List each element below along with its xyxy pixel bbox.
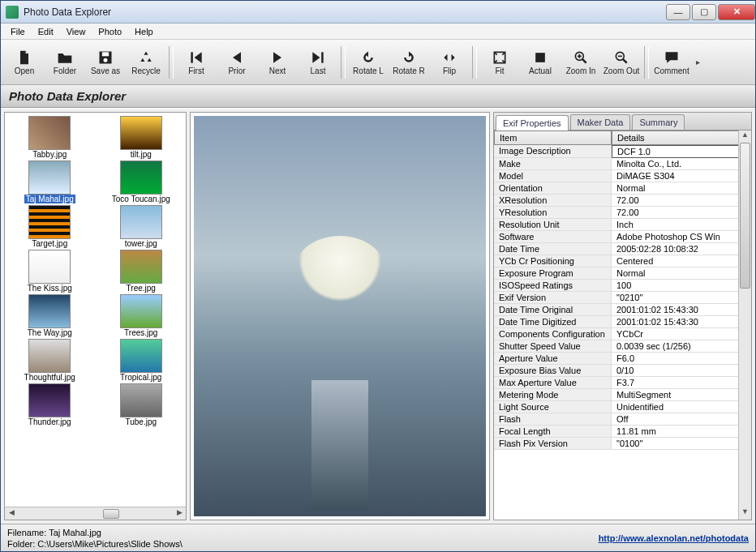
close-button[interactable] <box>718 4 755 20</box>
thumb-item[interactable]: Trees.jpg <box>100 294 183 337</box>
recycle-label: Recycle <box>131 66 161 75</box>
actual-button[interactable]: Actual <box>520 42 561 83</box>
menu-photo[interactable]: Photo <box>92 25 128 38</box>
grid-row[interactable]: YCb Cr PositioningCentered <box>494 255 751 267</box>
comment-button[interactable]: Comment <box>651 42 692 83</box>
grid-vscrollbar[interactable]: ▲ ▼ <box>738 131 751 520</box>
thumb-item[interactable]: tower.jpg <box>100 205 183 248</box>
thumb-item[interactable]: Toco Toucan.jpg <box>100 160 183 203</box>
thumb-item[interactable]: Taj Mahal.jpg <box>8 160 92 203</box>
prev-icon <box>227 49 247 66</box>
scroll-track[interactable] <box>18 508 173 520</box>
titlebar[interactable]: Photo Data Explorer <box>1 1 755 24</box>
recycle-button[interactable]: Recycle <box>126 42 166 83</box>
grid-row[interactable]: YResolution72.00 <box>494 207 751 219</box>
tab-exif-properties[interactable]: Exif Properties <box>496 115 569 131</box>
thumb-image <box>120 383 162 417</box>
flip-button[interactable]: Flip <box>429 42 470 83</box>
col-details[interactable]: Details <box>612 131 751 145</box>
minimize-button[interactable] <box>666 4 690 20</box>
grid-row[interactable]: Focal Length11.81 mm <box>494 426 751 438</box>
cell-details: 11.81 mm <box>612 426 751 438</box>
scroll-right-icon[interactable]: ▶ <box>173 508 186 520</box>
preview-image[interactable] <box>194 116 486 516</box>
rotr-icon <box>399 49 419 66</box>
grid-row[interactable]: Shutter Speed Value0.0039 sec (1/256) <box>494 340 751 353</box>
tab-maker-data[interactable]: Maker Data <box>570 114 631 130</box>
last-button[interactable]: Last <box>298 42 338 83</box>
zoomin-button[interactable]: Zoom In <box>561 42 601 83</box>
thumbnail-grid[interactable]: Tabby.jpgtilt.jpgTaj Mahal.jpgToco Touca… <box>5 113 186 507</box>
thumb-item[interactable]: tilt.jpg <box>100 116 183 159</box>
grid-row[interactable]: Image DescriptionDCF 1.0 <box>494 145 751 158</box>
cell-details: 2005:02:28 10:08:32 <box>612 243 751 255</box>
thumb-item[interactable]: Thunder.jpg <box>8 383 92 426</box>
toolbar-separator <box>472 46 477 79</box>
scroll-left-icon[interactable]: ◀ <box>5 508 18 520</box>
grid-row[interactable]: Metering ModeMultiSegment <box>494 389 751 401</box>
menu-edit[interactable]: Edit <box>32 25 60 38</box>
thumb-item[interactable]: Tube.jpg <box>100 383 183 426</box>
menu-help[interactable]: Help <box>128 25 160 38</box>
next-button[interactable]: Next <box>257 42 298 83</box>
svg-rect-1 <box>102 52 109 56</box>
thumb-item[interactable]: The Way.jpg <box>8 294 92 337</box>
grid-row[interactable]: ModelDiMAGE S304 <box>494 170 751 182</box>
menu-file[interactable]: File <box>4 25 32 38</box>
fit-button[interactable]: Fit <box>479 42 520 83</box>
vscroll-track[interactable] <box>739 143 751 507</box>
cell-item: Flash Pix Version <box>494 438 612 450</box>
grid-body: Image DescriptionDCF 1.0MakeMinolta Co.,… <box>494 145 751 450</box>
grid-row[interactable]: MakeMinolta Co., Ltd. <box>494 158 751 170</box>
fit-label: Fit <box>495 66 504 75</box>
status-folder: Folder: C:\Users\Mike\Pictures\Slide Sho… <box>7 538 183 550</box>
grid-row[interactable]: SoftwareAdobe Photoshop CS Win <box>494 231 751 243</box>
thumb-item[interactable]: Tree.jpg <box>100 250 183 293</box>
grid-row[interactable]: Flash Pix Version"0100" <box>494 438 751 450</box>
thumb-item[interactable]: Target.jpg <box>8 205 92 248</box>
thumb-item[interactable]: Tropical.jpg <box>100 339 183 382</box>
exif-grid[interactable]: Item Details Image DescriptionDCF 1.0Mak… <box>494 131 751 520</box>
grid-row[interactable]: Exif Version"0210" <box>494 292 751 304</box>
grid-row[interactable]: Components ConfigurationYCbCr <box>494 328 751 340</box>
maximize-button[interactable] <box>692 4 716 20</box>
zoomout-button[interactable]: Zoom Out <box>601 42 642 83</box>
grid-row[interactable]: FlashOff <box>494 413 751 426</box>
rotr-button[interactable]: Rotate R <box>389 42 429 83</box>
grid-row[interactable]: Max Aperture ValueF3.7 <box>494 377 751 389</box>
grid-row[interactable]: OrientationNormal <box>494 182 751 195</box>
fit-icon <box>490 49 509 66</box>
grid-row[interactable]: Light SourceUnidentified <box>494 401 751 413</box>
thumb-item[interactable]: Tabby.jpg <box>8 116 92 159</box>
scroll-down-icon[interactable]: ▼ <box>739 507 751 520</box>
cell-item: Aperture Value <box>494 353 612 365</box>
thumb-image <box>120 160 162 195</box>
vscroll-thumb[interactable] <box>740 143 750 289</box>
rotl-button[interactable]: Rotate L <box>348 42 389 83</box>
open-button[interactable]: Open <box>4 42 45 83</box>
grid-row[interactable]: Exposure ProgramNormal <box>494 267 751 280</box>
grid-row[interactable]: Date Time Original2001:01:02 15:43:30 <box>494 304 751 316</box>
scroll-thumb[interactable] <box>103 509 119 519</box>
grid-row[interactable]: ISOSpeed Ratings100 <box>494 280 751 292</box>
tab-summary[interactable]: Summary <box>632 114 685 130</box>
first-button[interactable]: First <box>176 42 217 83</box>
grid-row[interactable]: XResolution72.00 <box>494 195 751 207</box>
grid-row[interactable]: Date Time Digitized2001:01:02 15:43:30 <box>494 316 751 328</box>
grid-row[interactable]: Aperture ValueF6.0 <box>494 353 751 365</box>
website-link[interactable]: http://www.alexnolan.net/photodata <box>599 533 749 543</box>
toolbar-overflow[interactable]: ▸ <box>692 58 703 66</box>
thumb-item[interactable]: The Kiss.jpg <box>8 250 92 293</box>
thumb-item[interactable]: Thoughtful.jpg <box>8 339 92 382</box>
saveas-button[interactable]: Save as <box>85 42 126 83</box>
folder-button[interactable]: Folder <box>45 42 85 83</box>
prior-button[interactable]: Prior <box>217 42 257 83</box>
col-item[interactable]: Item <box>494 131 612 145</box>
scroll-up-icon[interactable]: ▲ <box>739 131 751 143</box>
grid-row[interactable]: Resolution UnitInch <box>494 219 751 231</box>
thumb-hscrollbar[interactable]: ◀ ▶ <box>5 507 186 520</box>
grid-row[interactable]: Exposure Bias Value0/10 <box>494 365 751 377</box>
grid-row[interactable]: Date Time2005:02:28 10:08:32 <box>494 243 751 255</box>
menu-view[interactable]: View <box>60 25 92 38</box>
rotl-label: Rotate L <box>353 66 384 75</box>
